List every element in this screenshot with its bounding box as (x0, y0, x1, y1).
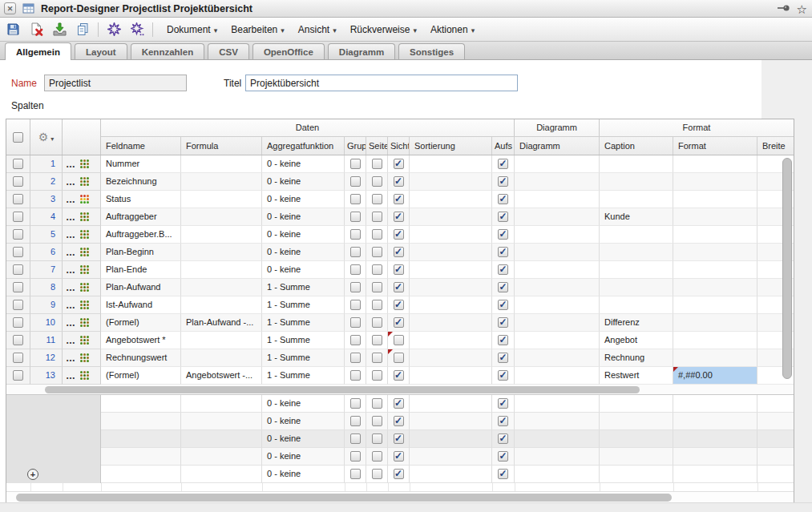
row-number[interactable]: 12 (30, 349, 63, 367)
grup-checkbox[interactable] (350, 194, 361, 204)
diagramm-cell[interactable] (515, 395, 600, 413)
close-button[interactable]: ✕ (4, 2, 16, 14)
layout-burst-icon[interactable] (106, 22, 122, 38)
aufs-checkbox[interactable] (498, 264, 508, 275)
seite-checkbox[interactable] (372, 335, 382, 345)
seite-checkbox[interactable] (372, 264, 382, 275)
sicht-checkbox[interactable] (394, 433, 404, 444)
sicht-checkbox[interactable] (394, 416, 404, 426)
menu-dokument[interactable]: Dokument (167, 24, 217, 35)
caption-cell[interactable] (600, 261, 673, 279)
column-header-caption[interactable]: Caption (600, 137, 673, 155)
diagramm-cell[interactable] (515, 296, 600, 314)
breite-cell[interactable] (757, 413, 794, 430)
tab-layout[interactable]: Layout (75, 43, 127, 59)
feldname-cell[interactable] (101, 430, 181, 448)
formula-cell[interactable] (181, 244, 262, 261)
seite-checkbox[interactable] (372, 159, 382, 169)
caption-cell[interactable] (600, 448, 673, 466)
diagramm-cell[interactable] (515, 430, 600, 448)
feldname-cell[interactable]: (Formel) (101, 314, 181, 332)
format-cell[interactable] (673, 226, 757, 244)
sortierung-cell[interactable] (410, 173, 492, 191)
sortierung-cell[interactable] (410, 314, 492, 332)
aufs-checkbox[interactable] (498, 247, 508, 257)
formula-cell[interactable] (181, 466, 262, 483)
aufs-checkbox[interactable] (498, 212, 508, 222)
save-icon[interactable] (5, 22, 21, 38)
format-cell[interactable] (673, 261, 757, 279)
aufs-checkbox[interactable] (498, 451, 508, 462)
caption-cell[interactable] (600, 413, 673, 430)
sortierung-cell[interactable] (410, 349, 492, 367)
caption-cell[interactable] (600, 296, 673, 314)
seite-checkbox[interactable] (372, 353, 382, 363)
row-select-checkbox[interactable] (13, 335, 23, 345)
format-cell[interactable] (673, 155, 757, 173)
sortierung-cell[interactable] (410, 226, 492, 244)
diagramm-cell[interactable] (515, 155, 600, 173)
sicht-checkbox[interactable] (394, 398, 404, 409)
grup-checkbox[interactable] (350, 398, 361, 409)
caption-cell[interactable]: Restwert (600, 367, 673, 385)
grup-checkbox[interactable] (350, 469, 361, 479)
aggregatfunktion-cell[interactable]: 1 - Summe (262, 367, 345, 385)
caption-cell[interactable] (600, 466, 673, 483)
aggregatfunktion-cell[interactable]: 0 - keine (262, 395, 345, 413)
sortierung-cell[interactable] (410, 261, 492, 279)
gear-icon[interactable]: ⚙ (38, 131, 55, 143)
grup-checkbox[interactable] (350, 176, 361, 187)
caption-cell[interactable] (600, 430, 673, 448)
aufs-checkbox[interactable] (498, 317, 508, 328)
sortierung-cell[interactable] (410, 244, 492, 261)
aufs-checkbox[interactable] (498, 433, 508, 444)
format-cell[interactable] (673, 191, 757, 208)
grup-checkbox[interactable] (350, 370, 361, 381)
formula-cell[interactable] (181, 173, 262, 191)
format-cell[interactable] (673, 430, 757, 448)
formula-cell[interactable] (181, 208, 262, 226)
aggregatfunktion-cell[interactable]: 1 - Summe (262, 332, 345, 349)
formula-cell[interactable] (181, 261, 262, 279)
formula-cell[interactable] (181, 191, 262, 208)
aufs-checkbox[interactable] (498, 282, 508, 292)
row-actions-button[interactable]: … (66, 266, 76, 274)
name-input[interactable] (44, 75, 187, 91)
sicht-checkbox[interactable] (394, 370, 404, 381)
row-number[interactable]: 7 (30, 261, 63, 279)
caption-cell[interactable] (600, 191, 673, 208)
row-actions-button[interactable]: … (66, 160, 76, 168)
sortierung-cell[interactable] (410, 395, 492, 413)
tab-allgemein[interactable]: Allgemein (5, 42, 71, 60)
sortierung-cell[interactable] (410, 430, 492, 448)
row-select-checkbox[interactable] (13, 300, 23, 310)
row-select-checkbox[interactable] (13, 176, 23, 187)
aufs-checkbox[interactable] (498, 300, 508, 310)
aufs-checkbox[interactable] (498, 229, 508, 240)
sicht-checkbox[interactable] (394, 317, 404, 328)
breite-cell[interactable] (757, 448, 794, 466)
menu-aktionen[interactable]: Aktionen (430, 24, 475, 35)
aggregatfunktion-cell[interactable]: 0 - keine (262, 466, 345, 483)
tab-diagramm[interactable]: Diagramm (328, 43, 395, 59)
column-header-sortierung[interactable]: Sortierung (410, 137, 492, 155)
formula-cell[interactable] (181, 448, 262, 466)
sicht-checkbox[interactable] (394, 282, 404, 292)
feldname-cell[interactable] (101, 395, 181, 413)
formula-cell[interactable]: Plan-Aufwand -... (181, 314, 262, 332)
diagramm-cell[interactable] (515, 332, 600, 349)
menu-rueckverweise[interactable]: Rückverweise (350, 24, 417, 35)
sortierung-cell[interactable] (410, 448, 492, 466)
seite-checkbox[interactable] (372, 300, 382, 310)
formula-cell[interactable] (181, 349, 262, 367)
caption-cell[interactable]: Angebot (600, 332, 673, 349)
formula-cell[interactable] (181, 226, 262, 244)
format-cell[interactable] (673, 413, 757, 430)
feldname-cell[interactable]: Status (101, 191, 181, 208)
aggregatfunktion-cell[interactable]: 0 - keine (262, 208, 345, 226)
sicht-checkbox[interactable] (394, 194, 404, 204)
format-cell[interactable] (673, 466, 757, 483)
feldname-cell[interactable]: Nummer (101, 155, 181, 173)
diagramm-cell[interactable] (515, 349, 600, 367)
feldname-cell[interactable] (101, 413, 181, 430)
